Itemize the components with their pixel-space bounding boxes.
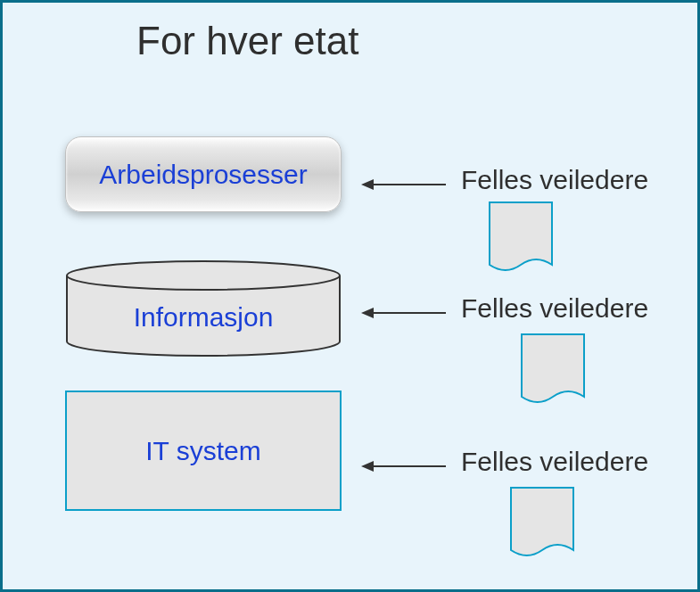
block-process: Arbeidsprosesser (65, 136, 342, 212)
block-information: Informasjon (65, 259, 342, 358)
arrow-icon (361, 176, 446, 193)
svg-marker-4 (361, 308, 374, 318)
block-process-label: Arbeidsprosesser (99, 160, 307, 190)
svg-marker-2 (361, 179, 374, 190)
arrow-icon (361, 304, 446, 322)
guide-label-1: Felles veiledere (461, 165, 648, 195)
block-it-system-label: IT system (145, 436, 260, 466)
guide-label-2: Felles veiledere (461, 293, 648, 324)
document-icon (513, 333, 593, 413)
block-it-system: IT system (65, 391, 342, 511)
arrow-icon (361, 457, 446, 475)
document-icon (481, 201, 561, 281)
svg-marker-6 (361, 461, 374, 472)
diagram-frame: For hver etat Arbeidsprosesser Informasj… (0, 0, 700, 592)
guide-label-3: Felles veiledere (461, 447, 648, 477)
document-icon (502, 486, 582, 566)
page-title: For hver etat (136, 19, 358, 63)
block-information-label: Informasjon (65, 302, 342, 333)
